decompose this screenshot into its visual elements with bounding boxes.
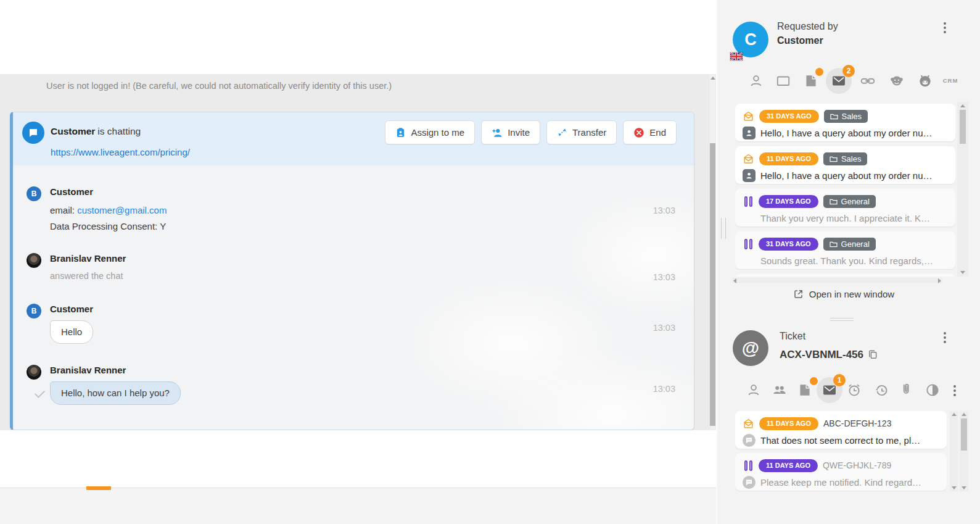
message-list-scrollbar[interactable] — [950, 411, 958, 491]
visited-url-link[interactable]: https://www.liveagent.com/pricing/ — [51, 147, 190, 157]
scroll-down-arrow[interactable] — [952, 486, 957, 489]
app-root: User is not logged in! (Be careful, we c… — [0, 0, 980, 524]
folder-icon — [830, 113, 838, 120]
ticket-code: ACX-VBNML-456 — [780, 349, 863, 361]
transfer-button[interactable]: Transfer — [546, 120, 617, 144]
open-in-new-window-link[interactable]: Open in new window — [717, 289, 970, 299]
department-badge: General — [823, 238, 876, 251]
customer-avatar: B — [27, 186, 41, 201]
scroll-up-arrow[interactable] — [952, 413, 957, 416]
mailchimp-icon[interactable] — [889, 73, 905, 89]
folder-icon — [830, 156, 838, 162]
external-link-icon — [793, 289, 804, 299]
alarm-icon[interactable] — [846, 382, 862, 398]
delivered-check-icon — [35, 388, 45, 398]
message-author: Branislav Renner — [50, 365, 694, 376]
person-icon[interactable] — [746, 382, 762, 398]
ticket-preview-card-clipped[interactable] — [735, 274, 955, 277]
contrast-icon[interactable] — [924, 382, 941, 398]
ticket-list-scrollbar[interactable] — [957, 102, 968, 277]
ticket-label: Ticket — [780, 331, 805, 342]
folder-icon — [830, 241, 838, 247]
ticket-preview-card[interactable]: 31 DAYS AGO General Sounds great. Thank … — [735, 231, 955, 269]
scroll-left-arrow[interactable] — [733, 278, 736, 283]
scrollbar-thumb[interactable] — [960, 110, 966, 144]
email-line: email: customer@gmail.com — [50, 202, 694, 218]
agent-avatar — [27, 365, 41, 380]
login-warning: User is not logged in! (Be careful, we c… — [46, 81, 392, 91]
ticket-preview-text: Thank you very much. I appreciate it. K… — [760, 213, 948, 223]
pause-icon — [743, 196, 754, 207]
contact-name: Customer — [777, 35, 823, 46]
contact-ticket-list: 31 DAYS AGO Sales Hello, I have a query … — [735, 102, 955, 277]
scroll-up-arrow[interactable] — [710, 77, 715, 80]
contact-menu-icon[interactable] — [942, 21, 947, 35]
age-badge: 11 DAYS AGO — [759, 417, 818, 430]
github-icon[interactable] — [917, 73, 933, 89]
crm-icon[interactable]: CRM — [942, 73, 958, 89]
ticket-list-hscrollbar[interactable] — [732, 278, 942, 283]
link-icon[interactable] — [860, 73, 876, 89]
scroll-down-arrow[interactable] — [960, 271, 965, 274]
ticket-message-card[interactable]: 11 DAYS AGO ABC-DEFGH-123 That does not … — [735, 411, 947, 449]
ticket-preview-card[interactable]: 17 DAYS AGO General Thank you very much.… — [735, 189, 955, 227]
age-badge: 31 DAYS AGO — [759, 110, 819, 123]
message-author: Customer — [50, 304, 694, 315]
panel-resize-handle[interactable] — [721, 218, 726, 239]
invite-button[interactable]: Invite — [481, 120, 540, 144]
sidebar-scrollbar[interactable] — [960, 411, 968, 491]
scrollbar-thumb[interactable] — [710, 143, 715, 426]
person-icon[interactable] — [748, 73, 764, 89]
age-badge: 17 DAYS AGO — [759, 195, 818, 208]
chat-status-title: Customeris chatting — [51, 126, 141, 137]
assign-to-me-button[interactable]: Assign to me — [385, 120, 475, 144]
group-icon[interactable] — [772, 382, 788, 398]
message-customer: B Customer 13:03 Hello — [13, 304, 694, 344]
reply-area[interactable] — [0, 430, 716, 488]
end-icon — [633, 127, 644, 138]
email-link[interactable]: customer@gmail.com — [77, 205, 167, 215]
ticket-message-card[interactable]: 11 DAYS AGO QWE-GHJKL-789 Please keep me… — [735, 453, 947, 491]
scroll-up-arrow[interactable] — [961, 413, 966, 416]
message-time: 13:03 — [653, 272, 675, 282]
section-drag-handle[interactable] — [830, 318, 854, 323]
copy-icon[interactable] — [867, 349, 878, 360]
end-chat-button[interactable]: End — [623, 120, 677, 144]
open-in-new-window-label: Open in new window — [809, 289, 894, 299]
browser-window-icon[interactable] — [775, 73, 791, 89]
ticket-preview-card[interactable]: 11 DAYS AGO Sales Hello, I have a query … — [735, 146, 955, 184]
end-label: End — [649, 127, 666, 138]
open-envelope-icon — [743, 111, 754, 122]
chat-status-text: is chatting — [97, 126, 141, 136]
more-icon[interactable] — [947, 384, 963, 400]
notes-notification-dot — [810, 377, 818, 385]
transfer-label: Transfer — [572, 127, 606, 138]
department-label: Sales — [842, 112, 862, 121]
event-text: answered the chat — [50, 270, 694, 281]
chat-scrollbar[interactable] — [710, 75, 715, 438]
notes-icon[interactable] — [797, 382, 813, 398]
scrollbar-thumb[interactable] — [961, 418, 967, 451]
history-icon[interactable] — [874, 382, 890, 398]
contact-badge-icon — [743, 169, 756, 182]
chat-session-card: Customeris chatting https://www.liveagen… — [10, 112, 694, 430]
department-label: General — [841, 239, 870, 249]
scroll-down-arrow[interactable] — [961, 486, 966, 489]
attachment-icon[interactable] — [898, 382, 914, 398]
department-badge: General — [823, 195, 876, 208]
active-tab-indicator — [86, 486, 111, 490]
scroll-up-arrow[interactable] — [960, 104, 965, 107]
ticket-menu-icon[interactable] — [942, 331, 947, 344]
ticket-preview-card[interactable]: 31 DAYS AGO Sales Hello, I have a query … — [735, 104, 955, 141]
pause-icon — [743, 239, 754, 249]
ticket-preview-text: That does not seem correct to me, pl… — [760, 435, 939, 446]
chat-customer-name: Customer — [51, 126, 95, 136]
message-event: Branislav Renner 13:03 answered the chat — [13, 253, 694, 281]
ticket-preview-text: Hello, I have a query about my order nu… — [760, 170, 948, 181]
uk-flag-icon — [730, 52, 743, 60]
age-badge: 11 DAYS AGO — [759, 459, 818, 472]
notes-notification-dot — [815, 68, 823, 76]
invite-icon — [492, 127, 503, 138]
assign-label: Assign to me — [411, 127, 464, 138]
scroll-right-arrow[interactable] — [938, 278, 941, 283]
